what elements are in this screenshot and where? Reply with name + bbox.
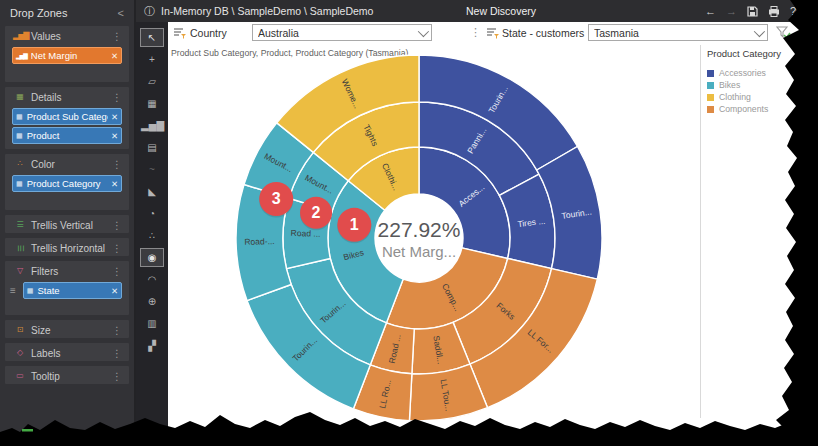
dropzone-details: ▦ Details ⋮ ▦ Product Sub Category ✕ ▦ P… [5,87,129,149]
collapse-panel-icon[interactable]: < [118,7,124,19]
annotation-marker[interactable]: 2 [300,197,332,231]
combo-chart-icon[interactable]: ▞ [140,336,164,355]
funnel-check-icon[interactable] [776,26,791,40]
legend-item[interactable]: Clothing [707,92,812,102]
state-dropdown[interactable]: Tasmania [588,24,768,41]
legend-item[interactable]: Accessories [707,68,812,78]
kebab-menu-icon[interactable]: ⋮ [109,92,125,103]
color-icon: ∴ [13,159,27,169]
kebab-separator-icon[interactable]: ⋮ [470,26,481,39]
area-chart-icon[interactable]: ◣ [140,182,164,201]
legend: Product Category AccessoriesBikesClothin… [707,48,812,116]
grip-icon: ▦ [16,113,23,121]
sunburst-chart-icon[interactable]: ◉ [140,248,164,267]
lasso-select-tool-icon[interactable]: ▱ [140,72,164,91]
values-icon: ▂▅▇ [13,31,27,41]
kebab-menu-icon[interactable]: ⋮ [109,266,125,277]
dropzone-trellis-horizontal: ☰ Trellis Horizontal ⋮ [5,238,129,256]
filter-bar: Country Australia ⋮ State - customers Ta… [168,22,818,45]
chip-label: State [37,285,107,296]
chip-product[interactable]: ▦ Product ✕ [12,127,122,144]
center-value: 227.92% [378,218,461,241]
kebab-menu-icon[interactable]: ⋮ [109,243,125,254]
page-title: New Discovery [426,0,576,22]
segment-label: Road-... [244,236,275,247]
line-chart-icon[interactable]: ~ [140,160,164,179]
matrix-view-icon[interactable]: ▥ [140,314,164,333]
legend-label: Bikes [719,80,740,90]
dropzone-title: Labels [31,348,109,359]
dropzone-title: Trellis Vertical [31,220,109,231]
close-icon[interactable]: ✕ [111,112,118,122]
chip-label: Product [27,130,108,141]
grip-icon: ▦ [27,287,34,295]
close-icon[interactable]: ✕ [111,179,118,189]
legend-item[interactable]: Bikes [707,80,812,90]
print-icon[interactable] [768,6,780,17]
legend-swatch-icon [707,106,714,113]
dropzone-title: Tooltip [31,371,109,382]
info-icon: ⓘ [144,4,155,19]
grip-icon: ▦ [16,180,23,188]
sunburst-svg: Acces...Comp...BikesClothi...Panni...Tir… [168,45,700,446]
chart-type-toolbar: ↖+▱▦▂▅▇▤~◣◔∴◉◠⊕▥▞ [136,22,168,446]
app-header: ⓘ In-Memory DB \ SampleDemo \ SampleDemo… [136,0,818,22]
kebab-menu-icon[interactable]: ⋮ [109,325,125,336]
filter-list-icon[interactable]: ≡ [10,285,16,296]
trellis-horizontal-icon: ☰ [15,241,25,255]
chip-product-sub-category[interactable]: ▦ Product Sub Category ✕ [12,108,122,125]
pie-chart-icon[interactable]: ◔ [140,204,164,223]
chip-label: Product Category [27,178,108,189]
annotation-marker[interactable]: 3 [259,182,293,218]
scatter-chart-icon[interactable]: ∴ [140,226,164,245]
kebab-menu-icon[interactable]: ⋮ [109,31,125,42]
dropzone-title: Filters [31,266,109,277]
marker-number: 3 [272,190,281,207]
legend-divider [700,45,701,418]
forward-icon[interactable]: → [726,0,737,22]
chevron-down-icon [418,25,429,36]
gauge-chart-icon[interactable]: ◠ [140,270,164,289]
kebab-menu-icon[interactable]: ⋮ [109,159,125,170]
dropzone-title: Values [31,31,109,42]
dropzone-filters: ▽ Filters ⋮ ≡ ▦ State ✕ [5,261,129,315]
dropdown-value: Australia [258,27,418,39]
legend-item[interactable]: Components [707,104,812,114]
kebab-menu-icon[interactable]: ⋮ [109,371,125,382]
map-chart-icon[interactable]: ⊕ [140,292,164,311]
help-icon[interactable]: ? [790,0,796,22]
bar-chart-icon: ▂▅▇ [16,52,27,59]
column-chart-icon[interactable]: ▂▅▇ [140,116,164,135]
size-icon: ⊡ [13,325,27,335]
grip-icon: ▦ [16,132,23,140]
annotation-marker[interactable]: 1 [337,208,371,244]
bi-discovery-app: { "ui": { "kebab": "⋮", "collapse": "<",… [0,0,818,446]
dropzone-tooltip: ▭ Tooltip ⋮ [5,366,129,384]
chip-net-margin[interactable]: ▂▅▇ Net Margin ✕ [12,47,122,64]
crosshair-tool-icon[interactable]: + [140,50,164,69]
save-icon[interactable] [747,6,758,17]
kebab-menu-icon[interactable]: ⋮ [109,220,125,231]
chip-state[interactable]: ▦ State ✕ [23,282,122,299]
close-icon[interactable]: ✕ [111,131,118,141]
filter-label: State - customers [502,27,584,39]
filters-icon: ▽ [13,266,27,276]
legend-title: Product Category [707,48,812,59]
bar-chart-icon[interactable]: ▤ [140,138,164,157]
pointer-tool-icon[interactable]: ↖ [140,28,164,47]
dropdown-value: Tasmania [594,27,754,39]
legend-items: AccessoriesBikesClothingComponents [707,68,812,114]
chip-product-category[interactable]: ▦ Product Category ✕ [12,175,122,192]
legend-swatch-icon [707,94,714,101]
legend-label: Clothing [719,92,751,102]
grid-view-icon[interactable]: ▦ [140,94,164,113]
close-icon[interactable]: ✕ [111,286,118,296]
close-icon[interactable]: ✕ [111,51,118,61]
country-dropdown[interactable]: Australia [252,24,432,41]
breadcrumb: In-Memory DB \ SampleDemo \ SampleDemo [161,5,373,17]
center-label: Net Marg... [382,243,456,260]
kebab-menu-icon[interactable]: ⋮ [109,348,125,359]
legend-swatch-icon [707,70,714,77]
drop-zones-title: Drop Zones [10,7,67,19]
back-icon[interactable]: ← [705,0,716,22]
